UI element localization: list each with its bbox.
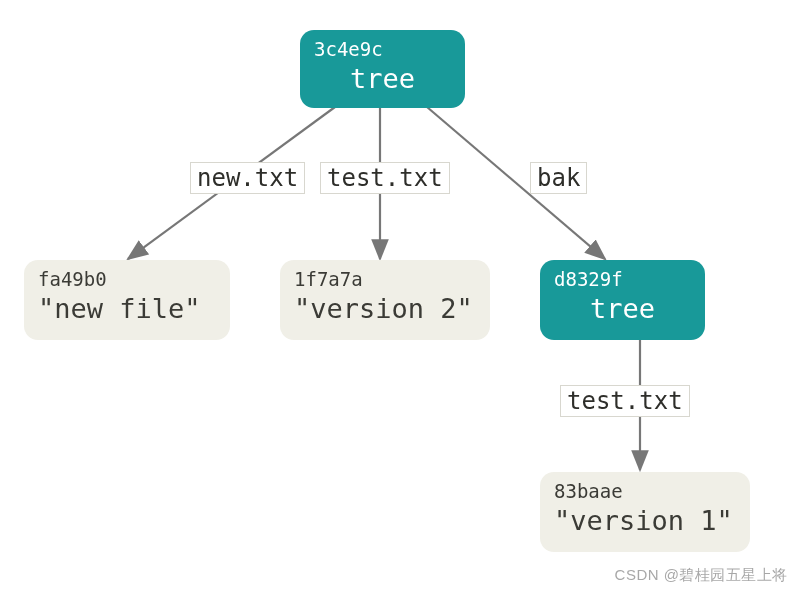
node-label: "version 2" [294, 291, 476, 326]
node-blob-version1: 83baae "version 1" [540, 472, 750, 552]
node-hash: d8329f [554, 266, 691, 291]
node-label: "version 1" [554, 503, 736, 538]
node-hash: 1f7a7a [294, 266, 476, 291]
node-hash: 3c4e9c [314, 36, 451, 61]
node-hash: fa49b0 [38, 266, 216, 291]
edge-label-newtxt: new.txt [190, 162, 305, 194]
node-label: tree [554, 291, 691, 326]
edge-label-bak: bak [530, 162, 587, 194]
node-blob-version2: 1f7a7a "version 2" [280, 260, 490, 340]
node-label: tree [314, 61, 451, 96]
edge-label-testtxt-1: test.txt [320, 162, 450, 194]
edge-label-testtxt-2: test.txt [560, 385, 690, 417]
node-hash: 83baae [554, 478, 736, 503]
node-blob-newfile: fa49b0 "new file" [24, 260, 230, 340]
node-label: "new file" [38, 291, 216, 326]
node-root-tree: 3c4e9c tree [300, 30, 465, 108]
watermark-text: CSDN @碧桂园五星上将 [615, 566, 788, 585]
node-subtree: d8329f tree [540, 260, 705, 340]
